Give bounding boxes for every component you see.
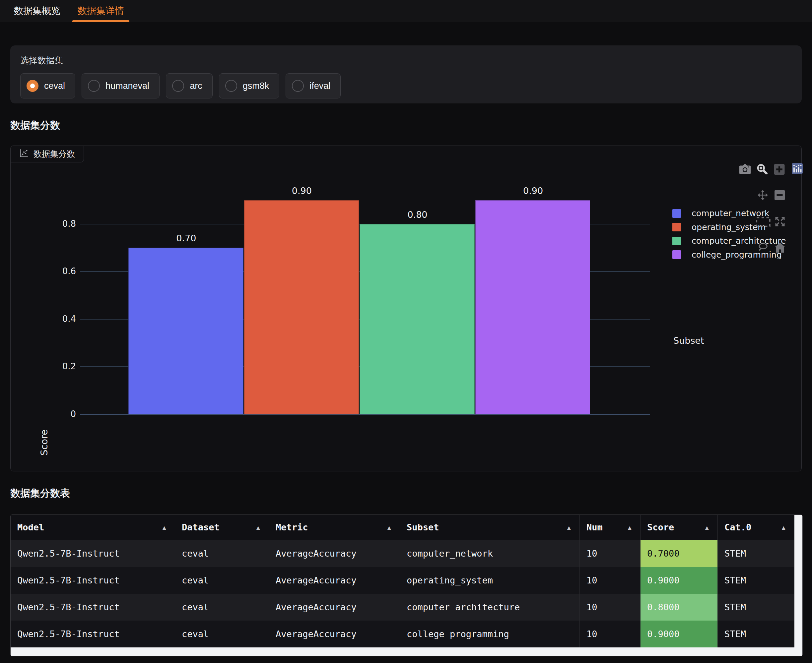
zoom-icon[interactable] [756,163,768,176]
legend-item-computer_network[interactable]: computer_network [673,209,770,218]
sort-arrow-icon[interactable]: ▲ [782,524,786,531]
radio-option-ceval[interactable]: ceval [20,73,75,99]
column-header-label: Model [17,522,44,532]
legend-swatch [673,223,681,231]
zoom-out-icon[interactable] [774,190,785,202]
table-row: Qwen2.5-7B-InstructcevalAverageAccuracyc… [11,540,794,567]
legend-item-label: college_programming [692,250,782,260]
autoscale-icon[interactable] [774,216,786,229]
legend-item-computer_architecture[interactable]: computer_architecture [673,236,786,246]
table-horizontal-scrollbar[interactable] [11,647,803,656]
bar-value-label: 0.80 [360,210,475,220]
legend-swatch [673,209,681,218]
column-header-metric[interactable]: Metric▲ [269,515,400,540]
radio-option-gsm8k[interactable]: gsm8k [219,73,280,99]
radio-circle-icon [88,80,100,92]
bar-college_programming[interactable] [475,200,590,414]
score-chart-panel: 数据集分数 00.20.40.60.80.700.900.800.90 Aver… [10,146,802,471]
bar-computer_architecture[interactable] [360,224,475,414]
column-header-label: Cat.0 [724,522,751,532]
cell-dataset: ceval [175,540,269,567]
sort-arrow-icon[interactable]: ▲ [256,524,260,531]
cell-score: 0.9000 [640,621,718,647]
cell-subset: computer_architecture [400,594,580,621]
chart-section-heading: 数据集分数 [10,119,60,132]
radio-option-label: ceval [44,81,65,91]
plotly-logo-icon[interactable] [792,163,803,175]
column-header-subset[interactable]: Subset▲ [400,515,580,540]
legend-swatch [673,237,681,245]
cell-num: 10 [580,594,640,621]
cell-model: Qwen2.5-7B-Instruct [11,567,175,594]
score-value: 0.9000 [640,621,718,647]
legend-item-label: computer_architecture [692,236,786,246]
column-header-label: Metric [276,522,308,532]
y-tick-label: 0.2 [43,361,76,371]
tab-dataset-overview[interactable]: 数据集概览 [9,0,66,22]
column-header-model[interactable]: Model▲ [11,515,175,540]
app: 数据集概览数据集详情 选择数据集 cevalhumanevalarcgsm8ki… [0,0,812,663]
legend-item-operating_system[interactable]: operating_system [673,222,766,232]
cell-subset: operating_system [400,567,580,594]
selector-label: 选择数据集 [20,55,63,66]
cell-cat0: STEM [718,594,794,621]
sort-arrow-icon[interactable]: ▲ [628,524,632,531]
cell-model: Qwen2.5-7B-Instruct [11,621,175,647]
pan-icon[interactable] [757,190,768,202]
reset-axes-icon[interactable] [775,243,786,254]
camera-icon[interactable] [739,164,750,175]
cell-dataset: ceval [175,594,269,621]
table-row: Qwen2.5-7B-InstructcevalAverageAccuracyc… [11,621,794,647]
cell-num: 10 [580,567,640,594]
sort-arrow-icon[interactable]: ▲ [705,524,709,531]
bar-value-label: 0.90 [244,186,360,196]
radio-circle-icon [26,80,39,92]
y-tick-label: 0 [43,409,76,419]
zoom-in-icon[interactable] [774,164,785,176]
cell-metric: AverageAccuracy [269,594,400,621]
column-header-dataset[interactable]: Dataset▲ [175,515,269,540]
table-section-heading: 数据集分数表 [10,487,70,500]
cell-num: 10 [580,621,640,647]
column-header-cat0[interactable]: Cat.0▲ [718,515,794,540]
table-row: Qwen2.5-7B-InstructcevalAverageAccuracyc… [11,594,794,621]
y-tick-label: 0.6 [43,266,76,276]
cell-subset: college_programming [400,621,580,647]
cell-cat0: STEM [718,621,794,647]
cell-score: 0.8000 [640,594,718,621]
sort-arrow-icon[interactable]: ▲ [567,524,571,531]
radio-option-label: ifeval [310,81,331,91]
table-row: Qwen2.5-7B-InstructcevalAverageAccuracyo… [11,567,794,594]
lasso-icon[interactable] [758,243,768,254]
sort-arrow-icon[interactable]: ▲ [162,524,166,531]
bar-operating_system[interactable] [244,200,359,414]
tab-dataset-detail[interactable]: 数据集详情 [72,0,130,22]
column-header-label: Subset [407,522,439,532]
radio-option-label: arc [190,81,203,91]
cell-cat0: STEM [718,567,794,594]
legend-item-label: operating_system [692,222,766,232]
radio-option-humaneval[interactable]: humaneval [82,73,160,99]
bar-value-label: 0.90 [475,186,591,196]
radio-option-arc[interactable]: arc [166,73,212,99]
radio-option-label: gsm8k [243,81,269,91]
sort-arrow-icon[interactable]: ▲ [387,524,391,531]
cell-subset: computer_network [400,540,580,567]
cell-dataset: ceval [175,567,269,594]
legend-title: Subset [673,335,704,346]
scatter-plot-icon [19,149,29,160]
score-value: 0.8000 [640,594,718,621]
column-header-score[interactable]: Score▲ [640,515,718,540]
radio-circle-icon [172,80,184,92]
scores-table: Model▲Dataset▲Metric▲Subset▲Num▲Score▲Ca… [10,514,803,657]
cell-score: 0.7000 [640,540,718,567]
cell-metric: AverageAccuracy [269,567,400,594]
radio-option-ifeval[interactable]: ifeval [285,73,340,99]
table-vertical-scrollbar[interactable] [794,515,802,647]
cell-score: 0.9000 [640,567,718,594]
box-select-icon[interactable] [756,217,770,228]
score-value: 0.7000 [640,540,718,567]
column-header-num[interactable]: Num▲ [580,515,640,540]
bar-computer_network[interactable] [128,247,243,414]
legend-swatch [673,250,681,259]
